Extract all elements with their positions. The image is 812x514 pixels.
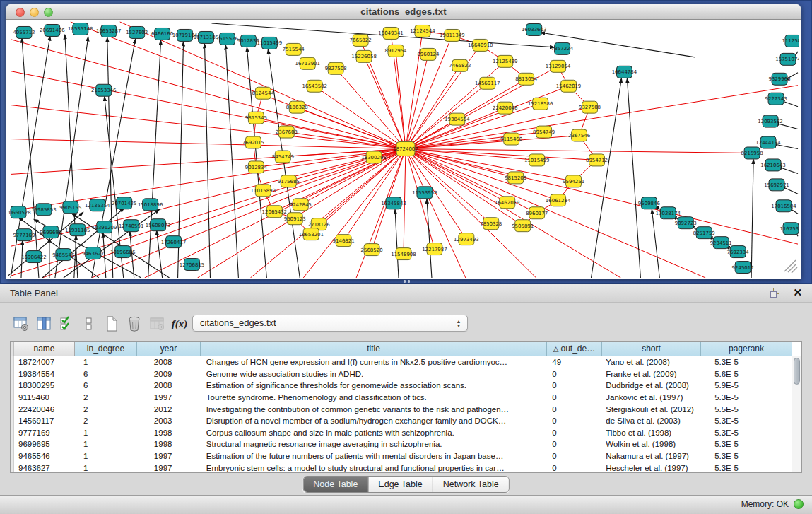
table-row[interactable]: 1938455462009Genome-wide association stu… — [11, 368, 792, 380]
table-cell[interactable]: 2 — [75, 393, 137, 402]
table-cell[interactable]: 18724007 — [14, 358, 75, 366]
column-header-year[interactable]: year — [137, 342, 201, 356]
network-table-select[interactable]: citations_edges.txt ▲▼ — [192, 315, 468, 332]
column-header-short[interactable]: short — [602, 342, 701, 356]
table-cell[interactable]: Tibbo et al. (1998) — [601, 428, 700, 437]
table-cell[interactable]: 18300295 — [14, 381, 75, 390]
table-cell[interactable]: Disruption of a novel member of a sodium… — [201, 416, 547, 425]
table-row[interactable]: 1872400712008Changes of HCN gene express… — [11, 356, 792, 368]
new-column-icon[interactable] — [103, 315, 120, 333]
table-cell[interactable]: 0 — [546, 452, 601, 460]
table-cell[interactable]: 2 — [75, 416, 137, 425]
select-columns-icon[interactable] — [58, 315, 75, 333]
table-cell[interactable]: 14569117 — [14, 416, 75, 425]
table-cell[interactable]: 5.6E-5 — [700, 370, 792, 378]
table-cell[interactable]: 5.3E-5 — [700, 416, 792, 425]
table-cell[interactable]: 1 — [75, 464, 137, 472]
table-row[interactable]: 969969511998Structural magnetic resonanc… — [11, 438, 792, 450]
table-cell[interactable]: Jankovic et al. (1997) — [601, 393, 700, 402]
table-cell[interactable]: Estimation of the future numbers of pati… — [201, 452, 547, 460]
table-cell[interactable]: 0 — [546, 370, 601, 378]
table-cell[interactable]: 0 — [546, 440, 601, 448]
table-cell[interactable]: 0 — [546, 405, 601, 414]
table-cell[interactable]: 5.3E-5 — [700, 452, 792, 460]
table-cell[interactable]: 19384554 — [14, 370, 75, 378]
table-cell[interactable]: 49 — [546, 358, 601, 366]
table-cell[interactable]: 5.5E-5 — [700, 405, 792, 414]
delete-table-icon[interactable] — [148, 315, 165, 333]
table-cell[interactable]: 0 — [546, 381, 601, 390]
column-header-pagerank[interactable]: pagerank — [701, 342, 792, 356]
table-row[interactable]: 1456911722003Disruption of a novel membe… — [11, 415, 792, 427]
table-cell[interactable]: Wolkin et al. (1998) — [601, 440, 700, 448]
table-cell[interactable]: 1997 — [137, 464, 201, 472]
table-cell[interactable]: 5.3E-5 — [700, 440, 792, 448]
table-cell[interactable]: 0 — [546, 393, 601, 402]
table-cell[interactable]: Changes of HCN gene expression and I(f) … — [201, 358, 547, 366]
table-cell[interactable]: Embryonic stem cells: a model to study s… — [201, 464, 547, 472]
tab-network-table[interactable]: Network Table — [433, 477, 509, 492]
table-row[interactable]: 946362711997Embryonic stem cells: a mode… — [11, 462, 792, 472]
table-cell[interactable]: 2008 — [137, 381, 201, 390]
table-cell[interactable]: Yano et al. (2008) — [601, 358, 700, 366]
panel-splitter-handle[interactable] — [400, 280, 413, 283]
table-cell[interactable]: 2003 — [137, 416, 201, 425]
column-header-indegree[interactable]: in_degree — [75, 342, 137, 356]
table-cell[interactable]: 9115460 — [14, 393, 75, 402]
function-builder-icon[interactable]: f(x) — [171, 315, 188, 333]
table-cell[interactable]: de Silva et al. (2003) — [601, 416, 700, 425]
table-cell[interactable]: 2012 — [137, 405, 201, 414]
column-header-outde[interactable]: △out_de… — [547, 342, 602, 356]
table-cell[interactable]: Tourette syndrome. Phenomenology and cla… — [201, 393, 547, 402]
close-panel-icon[interactable]: ✕ — [793, 286, 802, 299]
table-cell[interactable]: 5.9E-5 — [700, 381, 792, 390]
table-cell[interactable]: 5.3E-5 — [700, 428, 792, 437]
table-cell[interactable]: 6 — [75, 370, 137, 378]
vertical-scrollbar[interactable] — [792, 356, 801, 472]
table-cell[interactable]: 1 — [75, 440, 137, 448]
table-cell[interactable]: Hescheler et al. (1997) — [601, 464, 700, 472]
table-row[interactable]: 977716911998Corpus callosum shape and si… — [11, 427, 792, 439]
table-cell[interactable]: 9777169 — [14, 428, 75, 437]
table-cell[interactable]: 1998 — [137, 428, 201, 437]
table-cell[interactable]: 9699695 — [14, 440, 75, 448]
table-cell[interactable]: Dudbridge et al. (2008) — [601, 381, 700, 390]
canvas-resize-grip[interactable] — [784, 260, 797, 273]
network-canvas[interactable]: 4055712206914061853514810653287152760264… — [8, 21, 799, 278]
table-cell[interactable]: 1997 — [137, 452, 201, 460]
table-cell[interactable]: 6 — [75, 381, 137, 390]
table-cell[interactable]: 0 — [546, 464, 601, 472]
table-cell[interactable]: Corpus callosum shape and size in male p… — [201, 428, 547, 437]
table-cell[interactable]: Investigating the contribution of common… — [201, 405, 547, 414]
table-cell[interactable]: 0 — [546, 428, 601, 437]
tab-edge-table[interactable]: Edge Table — [368, 477, 433, 492]
table-row[interactable]: 911546021997Tourette syndrome. Phenomeno… — [11, 392, 792, 404]
table-cell[interactable]: 2008 — [137, 358, 201, 366]
table-cell[interactable]: 5.3E-5 — [700, 464, 792, 472]
table-cell[interactable]: 0 — [546, 416, 601, 425]
window-titlebar[interactable]: citations_edges.txt — [6, 4, 801, 20]
table-cell[interactable]: Genome-wide association studies in ADHD. — [201, 370, 547, 378]
table-cell[interactable]: 5.3E-5 — [700, 393, 792, 402]
table-row[interactable]: 1830029562008Estimation of significance … — [11, 380, 792, 392]
table-cell[interactable]: 1 — [75, 428, 137, 437]
table-cell[interactable]: 1 — [75, 358, 137, 366]
table-cell[interactable]: Stergiakouli et al. (2012) — [601, 405, 700, 414]
show-columns-icon[interactable] — [35, 315, 52, 333]
column-header-title[interactable]: title — [201, 342, 547, 356]
delete-column-icon[interactable] — [126, 315, 143, 333]
table-row[interactable]: 946554611997Estimation of the future num… — [11, 450, 792, 462]
table-cell[interactable]: 9465546 — [14, 452, 75, 460]
table-cell[interactable]: 9463627 — [14, 464, 75, 472]
float-panel-icon[interactable] — [770, 288, 781, 298]
table-cell[interactable]: 1998 — [137, 440, 201, 448]
table-cell[interactable]: 2 — [75, 405, 137, 414]
table-cell[interactable]: 5.3E-5 — [700, 358, 792, 366]
table-row[interactable]: 2242004622012Investigating the contribut… — [11, 403, 792, 415]
table-cell[interactable]: Estimation of significance thresholds fo… — [201, 381, 547, 390]
table-cell[interactable]: 2009 — [137, 370, 201, 378]
scrollbar-thumb[interactable] — [794, 358, 800, 385]
table-cell[interactable]: 1997 — [137, 393, 201, 402]
citation-network-graph[interactable]: 4055712206914061853514810653287152760264… — [8, 21, 799, 278]
column-header-name[interactable]: name — [14, 342, 75, 356]
